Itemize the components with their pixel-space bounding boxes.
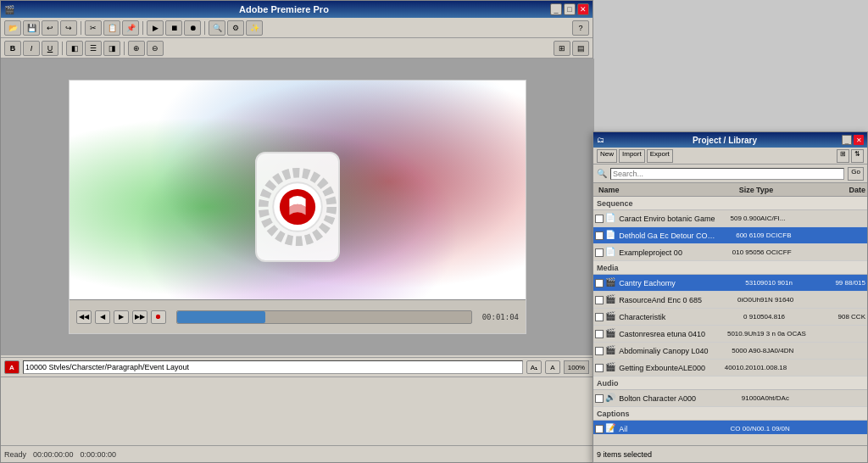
timeline-play[interactable]: ▶ [114, 310, 129, 324]
column-headers: Name Size Type Date [593, 183, 867, 197]
right-panel-status: 9 items selected [593, 445, 867, 462]
maximize-button[interactable]: □ [564, 3, 576, 15]
toolbar-icon-stop[interactable]: ⏹ [165, 20, 182, 36]
format-bar: A A₁ A 100% [1, 357, 593, 377]
toolbar-icon-effects[interactable]: ✨ [246, 20, 263, 36]
right-panel-toolbar: New Import Export ⊞ ⇅ [593, 148, 867, 165]
format-btn-style[interactable]: A [545, 360, 560, 374]
table-row[interactable]: 🎬Getting ExbounteALE00040010.20101.008.1… [593, 360, 867, 377]
rp-btn-view[interactable]: ⊞ [837, 149, 849, 163]
row-checkbox[interactable]: ✓ [595, 279, 604, 287]
format-input[interactable] [23, 360, 523, 374]
toolbar-icon-undo[interactable]: ↩ [42, 20, 58, 36]
file-date: 908 CCK [821, 313, 865, 321]
row-checkbox[interactable] [595, 394, 604, 403]
col-type-header[interactable]: Type [756, 186, 822, 194]
file-name: Castonresrea etuna 0410 [619, 330, 715, 338]
table-row[interactable]: 🔊Bolton Character A00091000A0ht/DAc [593, 390, 867, 407]
file-type: A0ht/DAc [760, 394, 821, 402]
toolbar-icon-cut[interactable]: ✂ [85, 20, 102, 36]
table-row[interactable]: 🎬Abdominaliy Canopy L0405000 A90-8JA0/4D… [593, 343, 867, 360]
toolbar-icon-redo[interactable]: ↪ [60, 20, 77, 36]
toolbar-icon-record[interactable]: ⏺ [184, 20, 201, 36]
timeline-track[interactable] [176, 310, 472, 324]
timeline-rewind[interactable]: ◀◀ [76, 310, 92, 324]
file-type: 9 DCICFB [760, 232, 821, 239]
align-center[interactable]: ☰ [85, 41, 102, 56]
format-btn-a1[interactable]: A [4, 360, 19, 374]
row-checkbox[interactable] [595, 364, 604, 372]
col-date-header[interactable]: Date [824, 186, 865, 194]
timecode-display: 00:01:04 [482, 313, 519, 321]
toolbar-icon-copy[interactable]: 📋 [103, 20, 120, 36]
toolbar-icon-search[interactable]: 🔍 [209, 20, 225, 36]
edit-area: ◀◀ ◀ ▶ ▶▶ ⏺ 00:01:04 [1, 59, 594, 355]
file-icon: 🎬 [605, 362, 616, 374]
view-toggle[interactable]: ⊞ [554, 41, 570, 56]
search-input[interactable] [610, 168, 844, 180]
row-checkbox[interactable]: ✓ [595, 425, 604, 433]
file-name: Caract Enviro botanic Game [619, 215, 715, 223]
row-checkbox[interactable] [595, 313, 604, 321]
table-row[interactable]: ✓📝AilCO 00/N00.1 09/0N [593, 421, 867, 434]
rp-btn-import[interactable]: Import [619, 149, 645, 163]
align-right[interactable]: ◨ [103, 41, 120, 56]
file-type: 91N 91640 [760, 296, 821, 304]
table-row[interactable]: 🎬Characteristik0 910504.816908 CCK [593, 309, 867, 326]
timeline-forward[interactable]: ▶▶ [132, 310, 147, 324]
right-panel-minimize[interactable]: _ [842, 135, 852, 145]
align-left[interactable]: ◧ [66, 41, 83, 56]
toolbar-icon-settings[interactable]: ⚙ [227, 20, 244, 36]
font-underline[interactable]: U [42, 41, 58, 56]
col-size-header[interactable]: Size [704, 186, 754, 194]
file-size: 0iO0Uh [716, 296, 760, 304]
toolbar-icon-save[interactable]: 💾 [23, 20, 40, 36]
file-type: 504.816 [760, 313, 821, 321]
timeline-back[interactable]: ◀ [95, 310, 110, 324]
right-panel-close[interactable]: ✕ [854, 135, 864, 145]
row-checkbox[interactable] [595, 248, 604, 257]
file-list[interactable]: Sequence📄Caract Enviro botanic Game509 0… [593, 197, 867, 434]
toolbar-icon-file[interactable]: 📂 [4, 20, 21, 36]
toolbar-icon-paste[interactable]: 📌 [122, 20, 139, 36]
format-btn-apply[interactable]: A₁ [526, 360, 542, 374]
file-name: Getting ExbounteALE000 [619, 364, 715, 372]
toolbar-icon-play[interactable]: ▶ [147, 20, 164, 36]
row-checkbox[interactable]: ✓ [595, 232, 604, 240]
table-row[interactable]: 🎬Castonresrea etuna 04105010.9Uh19 3 n 0… [593, 326, 867, 343]
close-button[interactable]: ✕ [577, 3, 589, 15]
font-bold[interactable]: B [4, 41, 21, 56]
table-row[interactable]: ✓🎬Cantry Eachomy53109010 901n99 88/015 [593, 275, 867, 292]
panel-toggle[interactable]: ▤ [572, 41, 589, 56]
rp-btn-new[interactable]: New [597, 149, 617, 163]
zoom-in[interactable]: ⊕ [128, 41, 145, 56]
minimize-button[interactable]: _ [550, 3, 562, 15]
file-icon: 📝 [605, 423, 616, 435]
rp-btn-export[interactable]: Export [647, 149, 673, 163]
timeline-record[interactable]: ⏺ [151, 310, 166, 324]
row-checkbox[interactable] [595, 296, 604, 304]
main-toolbar: 📂 💾 ↩ ↪ ✂ 📋 📌 ▶ ⏹ ⏺ 🔍 ⚙ ✨ ? [1, 18, 593, 38]
row-checkbox[interactable] [595, 330, 604, 338]
table-row[interactable]: 📄Exampleproject 00010 95056 OCICFF [593, 244, 867, 261]
format-zoom[interactable]: 100% [564, 360, 589, 374]
search-button[interactable]: Go [848, 167, 864, 181]
table-row[interactable]: 🎬RasourceAnd Enc 0 6850iO0Uh91N 91640 [593, 292, 867, 309]
row-checkbox[interactable] [595, 215, 604, 223]
row-checkbox[interactable] [595, 347, 604, 355]
canvas-preview[interactable]: ◀◀ ◀ ▶ ▶▶ ⏺ 00:01:04 [69, 80, 526, 334]
zoom-out[interactable]: ⊖ [147, 41, 164, 56]
font-italic[interactable]: I [23, 41, 40, 56]
rp-btn-sort[interactable]: ⇅ [851, 149, 864, 163]
file-size: 509 0.900 [716, 215, 760, 222]
table-row[interactable]: ✓📄Dethold Ga Ec Detour COAD600 6109 DCIC… [593, 227, 867, 244]
file-size: 40010.2010 [716, 364, 760, 371]
table-row[interactable]: 📄Caract Enviro botanic Game509 0.900AIC/… [593, 210, 867, 227]
col-name-header[interactable]: Name [595, 186, 703, 194]
title-bar: 🎬 Adobe Premiere Pro _ □ ✕ [1, 1, 593, 18]
file-icon: 🎬 [605, 277, 616, 289]
toolbar-icon-help[interactable]: ? [572, 20, 589, 36]
file-size: 5000 A90 [716, 347, 760, 354]
canvas-app-icon [247, 139, 348, 275]
file-date: 99 88/015 [821, 279, 865, 287]
